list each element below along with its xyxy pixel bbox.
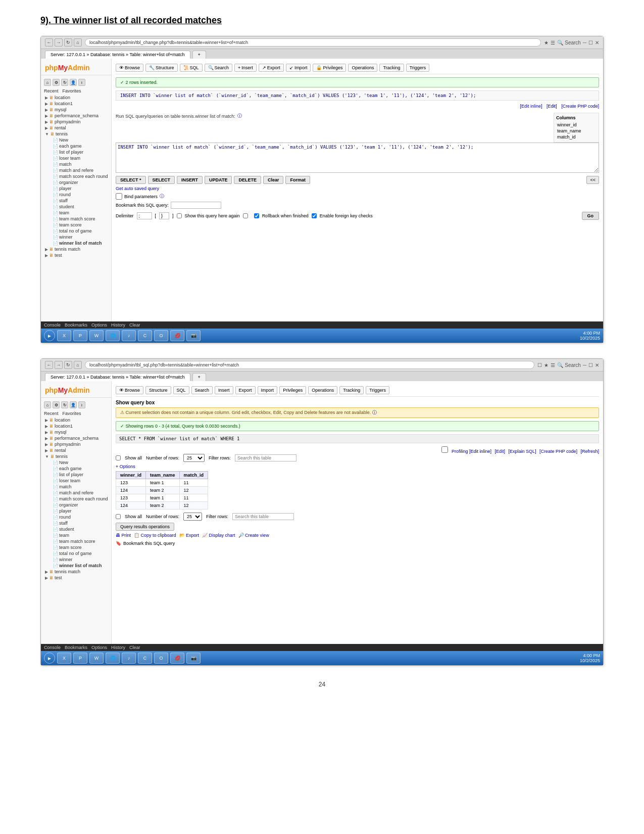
s2-db-phpmyadmin[interactable]: ▶🖥phpmyadmin <box>41 441 111 447</box>
create-php-link-2[interactable]: [Create PHP code] <box>539 449 577 454</box>
active-tab-2[interactable]: Server: 127.0.0.1 » Database: tennis » T… <box>45 373 190 381</box>
select-star-btn[interactable]: SELECT * <box>116 176 146 184</box>
w2-search-btn[interactable]: Search <box>191 386 213 394</box>
address-bar-1[interactable]: localhost/phpmyadmin/tbl_change.php?db=t… <box>85 38 541 47</box>
close-icon-2[interactable]: ✕ <box>595 362 599 368</box>
db-tennis-match[interactable]: ▶🖥tennis match <box>41 246 111 252</box>
tbl-each-game[interactable]: 📄each game <box>41 143 111 149</box>
s2-tbl-match[interactable]: 📄match <box>41 484 111 490</box>
close-icon[interactable]: ✕ <box>595 40 599 45</box>
db-mysql[interactable]: ▶🖥mysql <box>41 107 111 113</box>
foreign-key-checkbox[interactable] <box>312 213 317 218</box>
sidebar-info-icon[interactable]: i <box>78 79 85 86</box>
bookmarks-link-2[interactable]: Bookmarks <box>65 645 87 650</box>
s2-tbl-match-and-refere[interactable]: 📄match and refere <box>41 490 111 496</box>
w2-export-btn[interactable]: Export <box>235 386 256 394</box>
s2-tbl-player[interactable]: 📄player <box>41 508 111 514</box>
recent-link[interactable]: Recent <box>44 88 59 94</box>
back-btn[interactable]: ← <box>45 38 53 47</box>
tbl-winner[interactable]: 📄winner <box>41 234 111 240</box>
copy-icon[interactable]: ☐ <box>537 362 542 368</box>
insert-btn[interactable]: + Insert <box>234 64 257 72</box>
s2-db-tennis[interactable]: ▼🖥tennis <box>41 453 111 459</box>
export-results-link[interactable]: 📂 Export <box>179 533 200 538</box>
search-icon[interactable]: 🔍 Search <box>557 40 580 45</box>
refresh-link[interactable]: [Refresh] <box>580 449 599 454</box>
edit-inline-link[interactable]: [Edit inline] <box>520 104 542 109</box>
w2-triggers-btn[interactable]: Triggers <box>366 386 389 394</box>
filter-input-bottom[interactable] <box>232 513 294 520</box>
export-btn[interactable]: ↗ Export <box>259 64 284 72</box>
select-btn[interactable]: SELECT <box>148 176 175 184</box>
print-link[interactable]: 🖶 Print <box>116 533 131 538</box>
s2-home-icon[interactable]: ⌂ <box>44 401 51 408</box>
get-auto-query-link[interactable]: Get auto saved query <box>116 186 599 191</box>
sql-help-icon[interactable]: ⓘ <box>237 113 242 119</box>
favorites-link-2[interactable]: Favorites <box>63 411 81 416</box>
taskbar-app-mail-2[interactable]: 💋 <box>170 653 184 664</box>
new-tab-btn-1[interactable]: + <box>192 51 206 59</box>
console-label-2[interactable]: Console <box>44 645 61 650</box>
bookmarks-link[interactable]: Bookmarks <box>65 322 87 328</box>
s2-db-location[interactable]: ▶🖥location <box>41 417 111 423</box>
home-btn[interactable]: ⌂ <box>74 38 82 47</box>
create-view-link[interactable]: 🔎 Create view <box>238 533 269 538</box>
s2-refresh-icon[interactable]: ↻ <box>61 401 68 408</box>
back-btn-2[interactable]: ← <box>45 361 53 369</box>
delimiter-secondary[interactable] <box>159 212 169 219</box>
s2-tbl-winner-list[interactable]: 📄winner list of match <box>41 563 111 569</box>
taskbar-app-c-2[interactable]: C <box>138 653 152 664</box>
format-btn[interactable]: Format <box>285 176 310 184</box>
bind-params-checkbox[interactable] <box>116 193 122 200</box>
bookmark-input[interactable] <box>171 202 221 209</box>
active-tab-1[interactable]: Server: 127.0.0.1 » Database: tennis » T… <box>45 51 190 59</box>
w2-structure-btn[interactable]: Structure <box>145 386 171 394</box>
address-bar-2[interactable]: localhost/phpmyadmin/tbl_sql.php?db=tenn… <box>85 361 534 369</box>
options-section[interactable]: + Options <box>116 464 599 469</box>
tbl-match[interactable]: 📄match <box>41 161 111 167</box>
copy-clipboard-link[interactable]: 📋 Copy to clipboard <box>134 533 176 538</box>
taskbar-app-x-2[interactable]: X <box>57 653 71 664</box>
taskbar-app-mail[interactable]: 💋 <box>170 330 184 341</box>
tbl-organizer[interactable]: 📄organizer <box>41 179 111 186</box>
tbl-loser-team[interactable]: 📄loser team <box>41 155 111 161</box>
db-location[interactable]: ▶🖥location <box>41 95 111 101</box>
s2-tbl-staff[interactable]: 📄staff <box>41 520 111 526</box>
taskbar-app-img-2[interactable]: 📷 <box>186 653 201 664</box>
taskbar-app-x[interactable]: X <box>57 330 71 341</box>
s2-db-mysql[interactable]: ▶🖥mysql <box>41 429 111 435</box>
col-header-team-name[interactable]: team_name <box>146 472 180 479</box>
s2-db-tennis-match[interactable]: ▶🖥tennis match <box>41 569 111 575</box>
s2-db-performance-schema[interactable]: ▶🖥performance_schema <box>41 435 111 441</box>
tbl-round[interactable]: 📄round <box>41 192 111 198</box>
w2-tracking-btn[interactable]: Tracking <box>339 386 364 394</box>
home-btn-2[interactable]: ⌂ <box>74 361 82 369</box>
filter-input-top[interactable] <box>235 454 296 461</box>
tbl-staff[interactable]: 📄staff <box>41 198 111 204</box>
s2-tbl-team-score[interactable]: 📄team score <box>41 544 111 550</box>
tbl-team-score[interactable]: 📄team score <box>41 222 111 228</box>
history-link[interactable]: History <box>111 322 125 328</box>
tbl-player[interactable]: 📄player <box>41 186 111 192</box>
star-icon-2[interactable]: ★ <box>544 362 549 368</box>
s2-tbl-organizer[interactable]: 📄organizer <box>41 502 111 508</box>
taskbar-app-img[interactable]: 📷 <box>186 330 201 341</box>
triggers-btn[interactable]: Triggers <box>406 64 430 72</box>
s2-tbl-team[interactable]: 📄team <box>41 532 111 538</box>
tracking-btn[interactable]: Tracking <box>379 64 404 72</box>
s2-tbl-new[interactable]: 📄New <box>41 459 111 466</box>
show-all-checkbox-bottom[interactable] <box>116 514 121 519</box>
reload-btn-2[interactable]: ↻ <box>64 361 72 369</box>
taskbar-app-p-2[interactable]: P <box>73 653 87 664</box>
clear-btn[interactable]: Clear <box>263 176 284 184</box>
col-winner-id[interactable]: winner_id <box>556 122 597 128</box>
profiling-link[interactable]: Profiling [Edit inline] <box>452 449 491 454</box>
db-performance-schema[interactable]: ▶🖥performance_schema <box>41 113 111 119</box>
bind-params-help-icon[interactable]: ⓘ <box>160 193 164 200</box>
reload-btn[interactable]: ↻ <box>64 38 72 47</box>
update-btn[interactable]: UPDATE <box>205 176 232 184</box>
query-results-ops-btn[interactable]: Query results operations <box>116 523 174 531</box>
db-phpmyadmin[interactable]: ▶🖥phpmyadmin <box>41 119 111 125</box>
menu-icon[interactable]: ☰ <box>551 40 555 45</box>
w2-sql-btn[interactable]: SQL <box>173 386 189 394</box>
